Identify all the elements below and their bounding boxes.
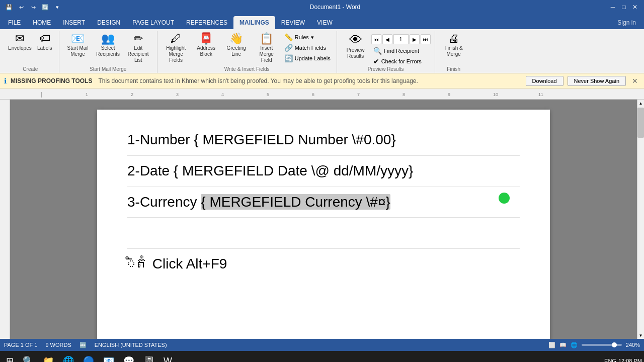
notification-text: This document contains text in Khmer whi… (98, 77, 521, 84)
teams-button[interactable]: 💬 (119, 353, 138, 362)
last-record-button[interactable]: ⏭ (421, 34, 431, 44)
line-5: ិតំ Click Alt+F9 (127, 249, 520, 280)
greeting-line-button[interactable]: 👋 Greeting Line (222, 32, 251, 58)
start-mail-merge-button[interactable]: 📧 Start Mail Merge (63, 32, 93, 58)
page-count: PAGE 1 OF 1 (4, 342, 37, 348)
find-recipient-button[interactable]: 🔍 Find Recipient (371, 46, 431, 56)
search-button[interactable]: 🔍 (19, 353, 38, 362)
rules-label: Rules (295, 34, 309, 40)
window-title: Document1 - Word (62, 4, 608, 11)
greeting-line-label: Greeting Line (224, 45, 249, 57)
select-recipients-button[interactable]: 👥 Select Recipients (94, 32, 123, 58)
select-recipients-icon: 👥 (101, 33, 115, 44)
find-recipient-icon: 🔍 (373, 47, 382, 55)
scroll-thumb[interactable] (637, 108, 644, 138)
rules-icon: 📏 (284, 33, 293, 41)
view-web[interactable]: 🌐 (571, 342, 578, 348)
envelopes-button[interactable]: ✉ Envelopes (6, 32, 34, 52)
minimize-button[interactable]: ─ (608, 2, 618, 12)
page-content: 1-Number { MERGEFIELD Number \#0.00} 2-D… (127, 125, 520, 280)
ruler-mark-0: │ (40, 92, 43, 97)
scroll-down-button[interactable]: ▼ (637, 332, 644, 339)
insert-merge-field-icon: 📋 (260, 33, 273, 44)
download-button[interactable]: Download (526, 76, 564, 86)
rules-arrow: ▾ (311, 34, 314, 41)
never-show-again-button[interactable]: Never Show Again (568, 76, 626, 86)
highlight-merge-fields-button[interactable]: 🖊 Highlight Merge Fields (162, 32, 191, 64)
prev-record-button[interactable]: ◀ (382, 34, 392, 44)
tab-page-layout[interactable]: PAGE LAYOUT (126, 16, 180, 29)
write-insert-group-label: Write & Insert Fields (224, 66, 270, 73)
taskbar-language: ENG (604, 358, 616, 362)
match-fields-button[interactable]: 🔗 Match Fields (282, 43, 333, 53)
vertical-scrollbar[interactable]: ▲ ▼ (637, 100, 644, 339)
scroll-track[interactable] (637, 107, 644, 332)
ruler-content: │ 1 2 3 4 5 6 7 8 9 10 11 (10, 88, 644, 99)
document-canvas[interactable]: 1-Number { MERGEFIELD Number \#0.00} 2-D… (10, 100, 637, 339)
save-button[interactable]: 💾 (4, 2, 14, 12)
select-recipients-label: Select Recipients (96, 45, 121, 57)
edge-button[interactable]: 🌐 (59, 353, 78, 362)
tab-review[interactable]: REVIEW (275, 16, 311, 29)
create-group-label: Create (23, 66, 38, 73)
start-button[interactable]: ⊞ (2, 353, 18, 362)
ruler-mark-1: 1 (86, 92, 88, 97)
word-button taskbar-word[interactable]: W (159, 354, 176, 363)
rules-button[interactable]: 📏 Rules ▾ (282, 32, 333, 42)
edit-recipient-list-button[interactable]: ✏ Edit Recipient List (124, 32, 153, 64)
start-mail-merge-buttons: 📧 Start Mail Merge 👥 Select Recipients ✏… (63, 31, 153, 66)
repeat-button[interactable]: 🔄 (40, 2, 50, 12)
word-count: 9 WORDS (45, 342, 71, 348)
envelopes-label: Envelopes (8, 45, 32, 51)
outlook-button[interactable]: 📧 (99, 353, 118, 362)
first-record-button[interactable]: ⏮ (371, 34, 381, 44)
notification-close-button[interactable]: ✕ (630, 77, 640, 85)
labels-icon: 🏷 (39, 33, 50, 44)
onenote-button[interactable]: 📓 (139, 353, 158, 362)
tab-mailings[interactable]: MAILINGS (233, 16, 275, 29)
next-record-button[interactable]: ▶ (410, 34, 420, 44)
view-reading[interactable]: 📖 (559, 342, 567, 348)
tab-home[interactable]: HOME (27, 16, 57, 29)
zoom-slider[interactable] (582, 344, 622, 346)
undo-button[interactable]: ↩ (16, 2, 26, 12)
preview-navigation: ⏮ ◀ ▶ ⏭ (371, 34, 431, 44)
maximize-button[interactable]: □ (619, 2, 629, 12)
view-print-layout[interactable]: ⬜ (548, 342, 555, 348)
preview-results-button[interactable]: 👁 Preview Results (341, 32, 370, 60)
finish-merge-button[interactable]: 🖨 Finish & Merge (439, 32, 468, 58)
customize-button[interactable]: ▾ (52, 2, 62, 12)
tab-insert[interactable]: INSERT (57, 16, 91, 29)
insert-merge-field-button[interactable]: 📋 Insert Merge Field (252, 32, 281, 64)
tab-design[interactable]: DESIGN (91, 16, 126, 29)
scroll-up-button[interactable]: ▲ (637, 100, 644, 107)
zoom-thumb (612, 342, 617, 347)
envelopes-icon: ✉ (15, 33, 24, 44)
file-explorer-button[interactable]: 📁 (39, 353, 58, 362)
labels-button[interactable]: 🏷 Labels (35, 32, 55, 52)
address-block-button[interactable]: 📮 Address Block (192, 32, 221, 58)
preview-results-group-label: Preview Results (368, 66, 404, 73)
finish-merge-icon: 🖨 (448, 33, 459, 44)
close-button[interactable]: ✕ (630, 2, 640, 12)
document-page[interactable]: 1-Number { MERGEFIELD Number \#0.00} 2-D… (97, 110, 550, 339)
record-number-input[interactable] (393, 34, 409, 44)
chrome-button[interactable]: 🔵 (79, 353, 98, 362)
tab-view[interactable]: VIEW (311, 16, 339, 29)
check-for-errors-icon: ✔ (373, 57, 379, 65)
language: ENGLISH (UNITED STATES) (95, 342, 167, 348)
line-3: 3-Currency { MERGEFIELD Currency \#¤} (127, 187, 520, 218)
line-2: 2-Date { MERGEFIELD Date \@ dd/MM/yyyy} (127, 156, 520, 187)
tab-file[interactable]: FILE (2, 16, 27, 29)
line-1-prefix: 1-Number (127, 132, 194, 147)
finish-content: 🖨 Finish & Merge (439, 31, 468, 66)
sign-in-button[interactable]: Sign in (611, 16, 642, 29)
redo-button[interactable]: ↪ (28, 2, 38, 12)
check-for-errors-button[interactable]: ✔ Check for Errors (371, 56, 431, 66)
taskbar-right: ENG 12:08 PM (604, 358, 642, 362)
ruler-mark-3: 3 (176, 92, 179, 97)
start-mail-merge-label: Start Mail Merge (65, 45, 91, 57)
status-bar: PAGE 1 OF 1 9 WORDS 🔤 ENGLISH (UNITED ST… (0, 339, 644, 351)
tab-references[interactable]: REFERENCES (180, 16, 233, 29)
update-labels-button[interactable]: 🔄 Update Labels (282, 53, 333, 63)
